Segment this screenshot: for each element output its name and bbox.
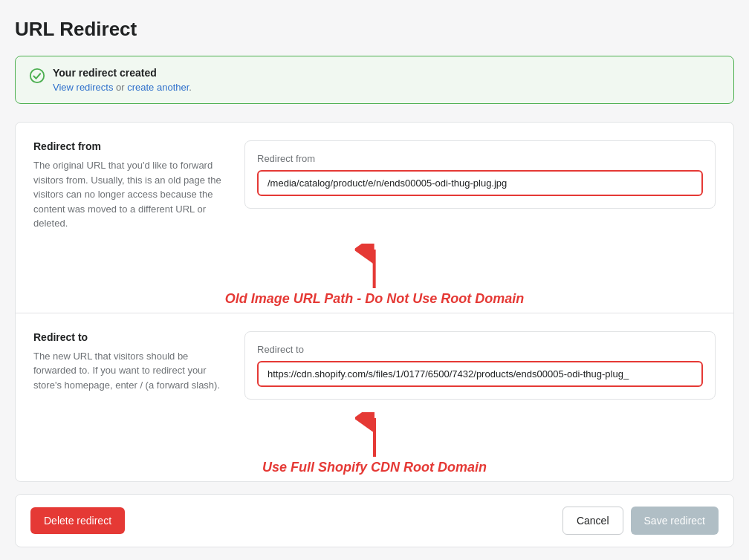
view-redirects-link[interactable]: View redirects — [53, 82, 113, 93]
redirect-to-field-card: Redirect to — [244, 331, 716, 400]
cancel-button[interactable]: Cancel — [562, 507, 623, 535]
to-annotation: Use Full Shopify CDN Root Domain — [262, 412, 487, 475]
banner-title: Your redirect created — [53, 67, 192, 79]
redirect-from-description: The original URL that you'd like to forw… — [33, 158, 227, 231]
redirect-from-section: Redirect from The original URL that you'… — [16, 123, 733, 313]
success-banner: Your redirect created View redirects or … — [15, 56, 734, 104]
redirect-to-field-label: Redirect to — [257, 344, 703, 355]
from-annotation: Old Image URL Path - Do Not Use Root Dom… — [225, 244, 525, 307]
create-another-link[interactable]: create another — [127, 82, 189, 93]
redirect-to-label: Redirect to — [33, 331, 227, 343]
delete-redirect-button[interactable]: Delete redirect — [30, 507, 125, 534]
right-button-group: Cancel Save redirect — [562, 507, 719, 535]
success-icon — [29, 68, 45, 84]
footer-action-bar: Delete redirect Cancel Save redirect — [15, 494, 734, 547]
banner-or-text: or — [113, 82, 127, 93]
redirect-from-label: Redirect from — [33, 140, 227, 152]
redirect-to-input[interactable] — [257, 361, 703, 387]
redirect-from-field-label: Redirect from — [257, 153, 703, 164]
redirect-to-section: Redirect to The new URL that visitors sh… — [16, 313, 733, 481]
redirect-from-field-card: Redirect from — [244, 140, 716, 209]
save-redirect-button[interactable]: Save redirect — [631, 507, 719, 535]
banner-period: . — [189, 82, 192, 93]
to-arrow-icon — [355, 412, 394, 460]
svg-point-0 — [30, 69, 44, 82]
to-annotation-text: Use Full Shopify CDN Root Domain — [262, 460, 487, 475]
from-annotation-text: Old Image URL Path - Do Not Use Root Dom… — [225, 291, 525, 307]
redirect-to-description: The new URL that visitors should be forw… — [33, 349, 227, 393]
redirect-from-input[interactable] — [257, 170, 703, 196]
page-title: URL Redirect — [15, 18, 734, 41]
from-arrow-icon — [355, 244, 394, 291]
main-content-card: Redirect from The original URL that you'… — [15, 122, 734, 482]
